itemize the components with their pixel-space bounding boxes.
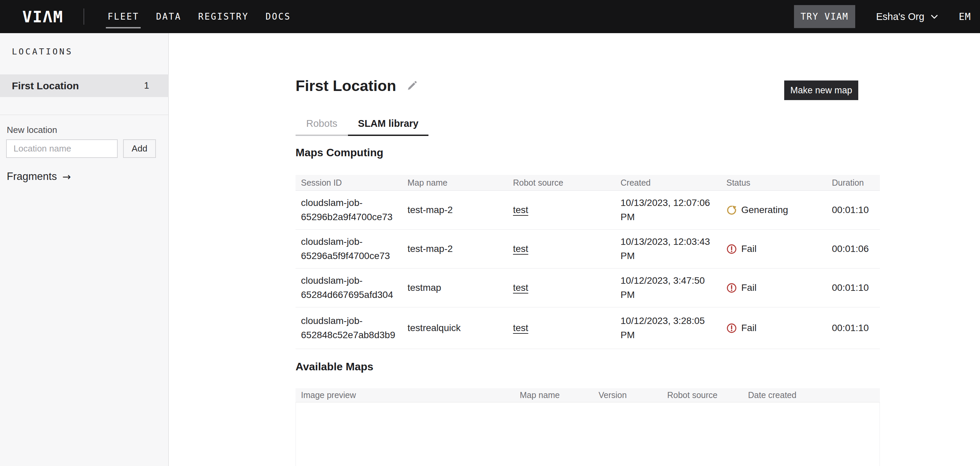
chevron-down-icon	[930, 12, 939, 21]
session-id-cell: cloudslam-job-652848c52e7ab8d3b9	[296, 314, 407, 342]
column-header-date-created: Date created	[748, 390, 880, 400]
created-cell: 10/12/2023, 3:28:05 PM	[620, 314, 726, 342]
location-tabs: RobotsSLAM library	[296, 112, 428, 136]
error-circle-icon	[726, 323, 737, 334]
refresh-icon	[726, 205, 737, 215]
duration-cell: 00:01:06	[832, 242, 880, 256]
status-cell: Fail	[726, 321, 832, 335]
nav-link-registry[interactable]: REGISTRY	[198, 11, 248, 22]
top-nav: VIΛM FLEETDATAREGISTRYDOCS TRY VIAM Esha…	[0, 0, 980, 33]
status-cell: Fail	[726, 281, 832, 295]
available-maps-body	[296, 402, 880, 466]
new-location-input[interactable]	[6, 139, 118, 158]
map-name-cell: test-map-2	[407, 203, 513, 217]
maps-computing-row: cloudslam-job-65284d667695afd304testmapt…	[296, 269, 880, 307]
maps-computing-table: Session IDMap nameRobot sourceCreatedSta…	[296, 175, 880, 349]
status-cell: Fail	[726, 242, 832, 256]
fragments-link[interactable]: Fragments →	[7, 170, 71, 183]
robot-source-cell: test	[513, 281, 620, 295]
tab-slam-library[interactable]: SLAM library	[348, 112, 428, 136]
column-header-version: Version	[598, 390, 667, 400]
new-location-label: New location	[7, 125, 57, 135]
add-location-button[interactable]: Add	[123, 139, 156, 158]
session-id-cell: cloudslam-job-65296a5f9f4700ce73	[296, 235, 407, 263]
column-header-map-name: Map name	[520, 390, 598, 400]
status-label: Fail	[741, 242, 756, 256]
status-label: Fail	[741, 281, 756, 295]
locations-sidebar: LOCATIONS First Location 1 New location …	[0, 33, 169, 466]
created-cell: 10/12/2023, 3:47:50 PM	[620, 274, 726, 302]
available-maps-table: Image previewMap nameVersionRobot source…	[296, 388, 880, 466]
sidebar-divider	[0, 115, 169, 115]
robot-source-link[interactable]: test	[513, 205, 528, 215]
duration-cell: 00:01:10	[832, 321, 880, 335]
arrow-right-icon: →	[62, 171, 71, 183]
session-id-cell: cloudslam-job-65296b2a9f4700ce73	[296, 196, 407, 224]
robot-source-cell: test	[513, 203, 620, 217]
make-new-map-button[interactable]: Make new map	[784, 81, 858, 100]
column-header-duration: Duration	[832, 178, 880, 188]
duration-cell: 00:01:10	[832, 203, 880, 217]
session-id-cell: cloudslam-job-65284d667695afd304	[296, 274, 407, 302]
maps-computing-heading: Maps Computing	[296, 146, 383, 159]
fragments-label: Fragments	[7, 170, 57, 183]
column-header-session-id: Session ID	[296, 178, 407, 188]
available-maps-heading: Available Maps	[296, 361, 373, 373]
maps-computing-row: cloudslam-job-652848c52e7ab8d3b9testreal…	[296, 307, 880, 349]
nav-right: TRY VIAM Esha's Org EM	[794, 5, 980, 28]
viam-logo[interactable]: VIΛM	[22, 8, 63, 26]
org-name: Esha's Org	[876, 11, 924, 22]
location-robot-count: 1	[144, 81, 149, 91]
maps-computing-header: Session IDMap nameRobot sourceCreatedSta…	[296, 175, 880, 191]
maps-computing-body: cloudslam-job-65296b2a9f4700ce73test-map…	[296, 191, 880, 349]
column-header-robot-source: Robot source	[667, 390, 748, 400]
org-switcher[interactable]: Esha's Org	[876, 11, 939, 22]
tab-robots[interactable]: Robots	[296, 112, 348, 136]
map-name-cell: testrealquick	[407, 321, 513, 335]
page-title-row: First Location	[296, 77, 418, 95]
status-cell: Generating	[726, 203, 832, 217]
locations-heading: LOCATIONS	[12, 47, 73, 56]
robot-source-link[interactable]: test	[513, 323, 528, 333]
status-label: Generating	[741, 203, 788, 217]
created-cell: 10/13/2023, 12:07:06 PM	[620, 196, 726, 224]
maps-computing-row: cloudslam-job-65296a5f9f4700ce73test-map…	[296, 230, 880, 269]
column-header-robot-source: Robot source	[513, 178, 620, 188]
column-header-map-name: Map name	[407, 178, 513, 188]
column-header-created: Created	[620, 178, 726, 188]
nav-links: FLEETDATAREGISTRYDOCS	[108, 11, 291, 22]
sidebar-item-first-location[interactable]: First Location 1	[0, 75, 169, 97]
robot-source-link[interactable]: test	[513, 282, 528, 293]
map-name-cell: test-map-2	[407, 242, 513, 256]
nav-link-docs[interactable]: DOCS	[266, 11, 291, 22]
map-name-cell: testmap	[407, 281, 513, 295]
duration-cell: 00:01:10	[832, 281, 880, 295]
maps-computing-row: cloudslam-job-65296b2a9f4700ce73test-map…	[296, 191, 880, 230]
edit-location-name-button[interactable]	[406, 80, 418, 92]
page-title: First Location	[296, 77, 396, 95]
available-maps-header: Image previewMap nameVersionRobot source…	[296, 388, 880, 402]
error-circle-icon	[726, 244, 737, 254]
column-header-status: Status	[726, 178, 832, 188]
nav-link-fleet[interactable]: FLEET	[108, 11, 139, 22]
try-viam-button[interactable]: TRY VIAM	[794, 5, 855, 28]
error-circle-icon	[726, 283, 737, 293]
created-cell: 10/13/2023, 12:03:43 PM	[620, 235, 726, 263]
status-label: Fail	[741, 321, 756, 335]
robot-source-cell: test	[513, 321, 620, 335]
column-header-image-preview: Image preview	[296, 390, 520, 400]
nav-link-data[interactable]: DATA	[156, 11, 181, 22]
location-name: First Location	[12, 80, 79, 92]
robot-source-link[interactable]: test	[513, 243, 528, 254]
nav-divider	[84, 8, 84, 25]
user-menu[interactable]: EM	[959, 11, 971, 22]
pencil-icon	[406, 80, 418, 92]
robot-source-cell: test	[513, 242, 620, 256]
